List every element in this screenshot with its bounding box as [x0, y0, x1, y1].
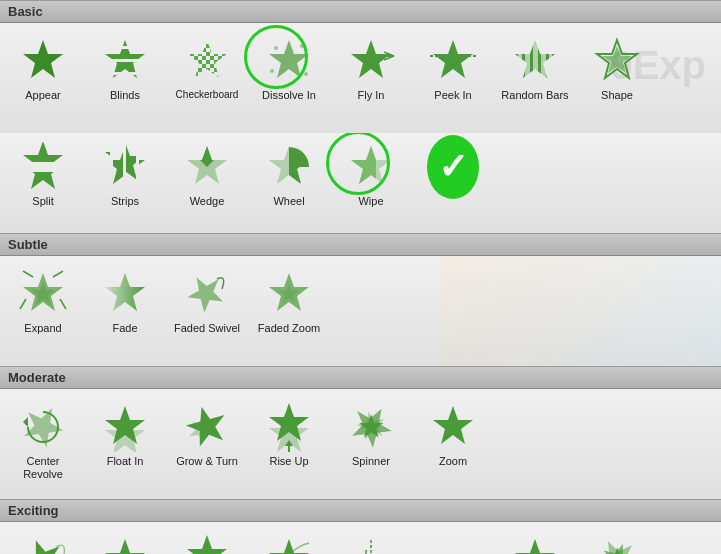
wheel-icon	[263, 141, 315, 193]
anim-dissolve-in[interactable]: Dissolve In	[250, 31, 328, 125]
flip-icon: ab ab	[427, 534, 479, 554]
faded-zoom-icon	[263, 268, 315, 320]
svg-rect-28	[546, 41, 549, 81]
section-label-subtle: Subtle	[8, 237, 48, 252]
anim-pinwheel[interactable]: Pinwheel	[578, 530, 656, 554]
fly-in-icon	[345, 35, 397, 87]
float-in-icon	[99, 401, 151, 453]
checkmark-icon: ✓	[427, 141, 479, 193]
anim-flip[interactable]: ab ab Flip	[414, 530, 492, 554]
peek-in-icon	[427, 35, 479, 87]
anim-float-in[interactable]: Float In	[86, 397, 164, 491]
anim-spinner[interactable]: Spinner	[332, 397, 410, 491]
curve-up-icon	[263, 534, 315, 554]
grow-turn-label: Grow & Turn	[176, 455, 238, 468]
faded-swivel-icon	[181, 268, 233, 320]
faded-zoom-label: Faded Zoom	[258, 322, 320, 335]
anim-checkerboard[interactable]: Checker­board	[168, 31, 246, 125]
anim-faded-zoom[interactable]: Faded Zoom	[250, 264, 328, 358]
zoom-icon	[427, 401, 479, 453]
subtle-content: Expand Fade Faded Swivel	[0, 256, 721, 366]
wedge-label: Wedge	[190, 195, 225, 208]
float-in-label: Float In	[107, 455, 144, 468]
anim-shape[interactable]: Shape	[578, 31, 656, 125]
svg-rect-38	[113, 142, 123, 192]
center-revolve-icon	[17, 401, 69, 453]
svg-marker-74	[433, 406, 473, 444]
svg-rect-37	[100, 142, 110, 184]
svg-rect-27	[538, 41, 541, 81]
anim-zoom[interactable]: Zoom	[414, 397, 492, 491]
dissolve-icon	[263, 35, 315, 87]
svg-marker-5	[105, 40, 145, 78]
svg-marker-60	[23, 417, 28, 427]
svg-marker-48	[351, 146, 391, 184]
anim-random-bars[interactable]: Random Bars	[496, 31, 574, 125]
svg-marker-43	[187, 146, 227, 184]
svg-marker-78	[187, 535, 227, 554]
rise-up-label: Rise Up	[269, 455, 308, 468]
anim-float2[interactable]: Float	[496, 530, 574, 554]
svg-line-53	[20, 299, 26, 309]
section-label-basic: Basic	[8, 4, 43, 19]
shape-icon	[591, 35, 643, 87]
anim-credits[interactable]: Credits	[168, 530, 246, 554]
credits-icon	[181, 534, 233, 554]
anim-peek-in[interactable]: Peek In	[414, 31, 492, 125]
svg-marker-59	[18, 402, 68, 452]
svg-marker-0	[23, 40, 63, 78]
basic-row1-content: 9Exp Appear Blinds	[0, 23, 721, 133]
anim-blinds[interactable]: Blinds	[86, 31, 164, 125]
svg-line-52	[53, 271, 63, 277]
wheel-label: Wheel	[273, 195, 304, 208]
anim-bounce[interactable]: Bounce	[86, 530, 164, 554]
anim-split[interactable]: Split	[4, 137, 82, 225]
anim-fly-in[interactable]: Fly In	[332, 31, 410, 125]
anim-strips[interactable]: Strips	[86, 137, 164, 225]
anim-checkmark[interactable]: ✓	[414, 137, 492, 225]
random-bars-label: Random Bars	[501, 89, 568, 102]
svg-marker-64	[182, 402, 230, 449]
section-header-exciting: Exciting	[0, 499, 721, 522]
anim-wedge[interactable]: Wedge	[168, 137, 246, 225]
fade-icon	[99, 268, 151, 320]
anim-rise-up[interactable]: Rise Up	[250, 397, 328, 491]
split-icon	[17, 141, 69, 193]
svg-point-14	[304, 72, 308, 76]
anim-expand[interactable]: Expand	[4, 264, 82, 358]
anim-center-revolve[interactable]: Center Revolve	[4, 397, 82, 491]
anim-drop[interactable]: ab Drop	[332, 530, 410, 554]
appear-icon	[17, 35, 69, 87]
svg-marker-56	[182, 269, 229, 316]
svg-rect-40	[139, 142, 149, 192]
random-bars-icon	[509, 35, 561, 87]
svg-point-11	[274, 46, 278, 50]
svg-marker-85	[515, 539, 555, 554]
boomerang-icon	[17, 534, 69, 554]
wipe-label: Wipe	[358, 195, 383, 208]
exciting-content: Boomerang Bounce Credits Curve U	[0, 522, 721, 554]
svg-marker-55	[105, 273, 145, 311]
basic-row2-content: Split Strips Wedge	[0, 133, 721, 233]
anim-grow-turn[interactable]: Grow & Turn	[168, 397, 246, 491]
drop-icon: ab	[345, 534, 397, 554]
anim-boomerang[interactable]: Boomerang	[4, 530, 82, 554]
anim-faded-swivel[interactable]: Faded Swivel	[168, 264, 246, 358]
expand-label: Expand	[24, 322, 61, 335]
split-label: Split	[32, 195, 53, 208]
fade-label: Fade	[112, 322, 137, 335]
wedge-icon	[181, 141, 233, 193]
zoom-label: Zoom	[439, 455, 467, 468]
appear-label: Appear	[25, 89, 60, 102]
anim-wipe[interactable]: Wipe	[332, 137, 410, 225]
float2-icon	[509, 534, 561, 554]
anim-curve-up[interactable]: Curve Up	[250, 530, 328, 554]
anim-appear[interactable]: Appear	[4, 31, 82, 125]
anim-wheel[interactable]: Wheel	[250, 137, 328, 225]
svg-marker-50	[23, 273, 63, 311]
spinner-icon	[345, 401, 397, 453]
section-header-subtle: Subtle	[0, 233, 721, 256]
center-revolve-label: Center Revolve	[6, 455, 80, 481]
peek-in-label: Peek In	[434, 89, 471, 102]
anim-fade[interactable]: Fade	[86, 264, 164, 358]
